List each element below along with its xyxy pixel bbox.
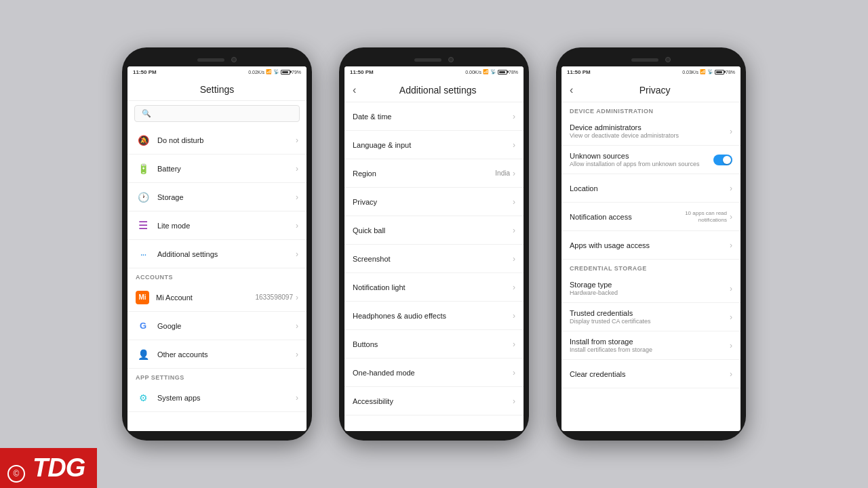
- tdg-text: TDG: [33, 453, 85, 483]
- item-title: Trusted credentials: [570, 309, 730, 317]
- system-apps-icon: ⚙: [136, 390, 151, 405]
- back-button[interactable]: ‹: [570, 84, 573, 96]
- phone-top-bar: [127, 57, 307, 62]
- item-title: System apps: [157, 394, 296, 402]
- speaker: [414, 58, 441, 62]
- chevron-icon: ›: [730, 212, 732, 222]
- unknown-sources-toggle[interactable]: [713, 155, 732, 165]
- chevron-icon: ›: [513, 197, 515, 207]
- chevron-icon: ›: [730, 241, 732, 250]
- list-item[interactable]: Location ›: [561, 174, 741, 203]
- list-item[interactable]: ⚙ System apps ›: [127, 384, 307, 412]
- tdg-circle-icon: ©: [7, 464, 26, 483]
- camera: [665, 57, 671, 62]
- chevron-icon: ›: [513, 169, 515, 178]
- svg-text:©: ©: [14, 469, 20, 479]
- list-item[interactable]: 🔋 Battery ›: [127, 155, 307, 183]
- list-item[interactable]: Clear credentials ›: [561, 360, 741, 388]
- list-item[interactable]: Buttons ›: [344, 330, 524, 359]
- list-item[interactable]: Language & input ›: [344, 131, 524, 159]
- item-subtitle: View or deactivate device administrators: [570, 132, 730, 139]
- list-item[interactable]: Trusted credentials Display trusted CA c…: [561, 303, 741, 331]
- chevron-icon: ›: [296, 393, 298, 403]
- item-title: Headphones & audio effects: [353, 312, 513, 320]
- lite-mode-icon: ☰: [136, 218, 151, 233]
- chevron-icon: ›: [513, 396, 515, 406]
- list-item[interactable]: Accessibility ›: [344, 387, 524, 415]
- chevron-icon: ›: [730, 312, 732, 322]
- list-item[interactable]: ☰ Lite mode ›: [127, 211, 307, 240]
- list-item[interactable]: Unknown sources Allow installation of ap…: [561, 146, 741, 174]
- app-bar: Settings: [127, 77, 307, 101]
- status-time: 11:50 PM: [350, 69, 374, 75]
- item-title: Install from storage: [570, 338, 730, 346]
- list-item[interactable]: G Google ›: [127, 312, 307, 340]
- battery-icon: [715, 70, 724, 75]
- battery-pct: 78%: [509, 70, 518, 75]
- item-subtitle: Allow installation of apps from unknown …: [570, 161, 713, 167]
- list-item[interactable]: Region India ›: [344, 159, 524, 188]
- item-title: Storage: [157, 193, 296, 201]
- signal-icon: 📡: [490, 69, 496, 75]
- list-item[interactable]: Quick ball ›: [344, 216, 524, 245]
- list-item[interactable]: Headphones & audio effects ›: [344, 302, 524, 330]
- google-icon: G: [136, 319, 151, 333]
- item-title: Unknown sources: [570, 152, 713, 160]
- battery-pct: 78%: [726, 70, 735, 75]
- back-button[interactable]: ‹: [353, 84, 356, 96]
- list-item[interactable]: Apps with usage access ›: [561, 231, 741, 260]
- list-item[interactable]: Storage type Hardware-backed ›: [561, 274, 741, 303]
- list-item[interactable]: Install from storage Install certificate…: [561, 331, 741, 360]
- chevron-icon: ›: [730, 184, 732, 193]
- chevron-icon: ›: [296, 221, 298, 230]
- list-item[interactable]: Notification light ›: [344, 273, 524, 302]
- section-accounts: ACCOUNTS: [127, 268, 307, 283]
- phone-settings: 11:50 PM 0.02K/s 📶 📡 79% Settings 🔍 🔕 Do…: [122, 47, 312, 441]
- phone-top-bar: [344, 57, 524, 62]
- item-title: Language & input: [353, 141, 513, 149]
- item-title: One-handed mode: [353, 369, 513, 377]
- chevron-icon: ›: [296, 293, 298, 302]
- item-subtitle: Display trusted CA certificates: [570, 318, 730, 325]
- item-title: Storage type: [570, 281, 730, 289]
- list-item[interactable]: Screenshot ›: [344, 245, 524, 273]
- chevron-icon: ›: [296, 136, 298, 145]
- chevron-icon: ›: [513, 112, 515, 121]
- search-box[interactable]: 🔍: [134, 105, 300, 122]
- chevron-icon: ›: [730, 369, 732, 379]
- list-item[interactable]: 🕐 Storage ›: [127, 183, 307, 211]
- wifi-icon: 📶: [266, 69, 272, 75]
- chevron-icon: ›: [513, 140, 515, 150]
- item-title: Screenshot: [353, 255, 513, 263]
- list-item[interactable]: ··· Additional settings ›: [127, 240, 307, 268]
- list-item[interactable]: Device administrators View or deactivate…: [561, 117, 741, 146]
- chevron-icon: ›: [296, 350, 298, 359]
- signal-icon: 📡: [707, 69, 713, 75]
- item-title: Mi Account: [156, 293, 255, 302]
- settings-list: 🔕 Do not disturb › 🔋 Battery › 🕐 Storage…: [127, 126, 307, 431]
- list-item[interactable]: Notification access 10 apps can read not…: [561, 203, 741, 231]
- network-speed: 0.03K/s: [682, 70, 698, 75]
- section-app-settings: APP SETTINGS: [127, 369, 307, 384]
- camera: [448, 57, 454, 62]
- item-title: Quick ball: [353, 226, 513, 235]
- settings-list: Date & time › Language & input › Region …: [344, 102, 524, 431]
- chevron-icon: ›: [730, 341, 732, 350]
- list-item[interactable]: Mi Mi Account 1633598097 ›: [127, 283, 307, 312]
- do-not-disturb-icon: 🔕: [136, 133, 151, 148]
- section-credential-storage: CREDENTIAL STORAGE: [561, 260, 741, 274]
- phone-additional-settings: 11:50 PM 0.00K/s 📶 📡 78% ‹ Additional se…: [339, 47, 529, 441]
- list-item[interactable]: 👤 Other accounts ›: [127, 340, 307, 369]
- item-title: Notification access: [570, 213, 679, 221]
- list-item[interactable]: Date & time ›: [344, 102, 524, 131]
- list-item[interactable]: 🔕 Do not disturb ›: [127, 126, 307, 155]
- item-subtitle: Install certificates from storage: [570, 346, 730, 353]
- other-accounts-icon: 👤: [136, 347, 151, 362]
- app-title: Additional settings: [360, 85, 515, 96]
- phone-screen: 11:50 PM 0.02K/s 📶 📡 79% Settings 🔍 🔕 Do…: [127, 66, 307, 431]
- list-item[interactable]: One-handed mode ›: [344, 359, 524, 387]
- section-device-admin: DEVICE ADMINISTRATION: [561, 102, 741, 117]
- status-icons: 0.03K/s 📶 📡 78%: [682, 69, 735, 75]
- battery-pct: 79%: [292, 70, 301, 75]
- list-item[interactable]: Privacy ›: [344, 188, 524, 216]
